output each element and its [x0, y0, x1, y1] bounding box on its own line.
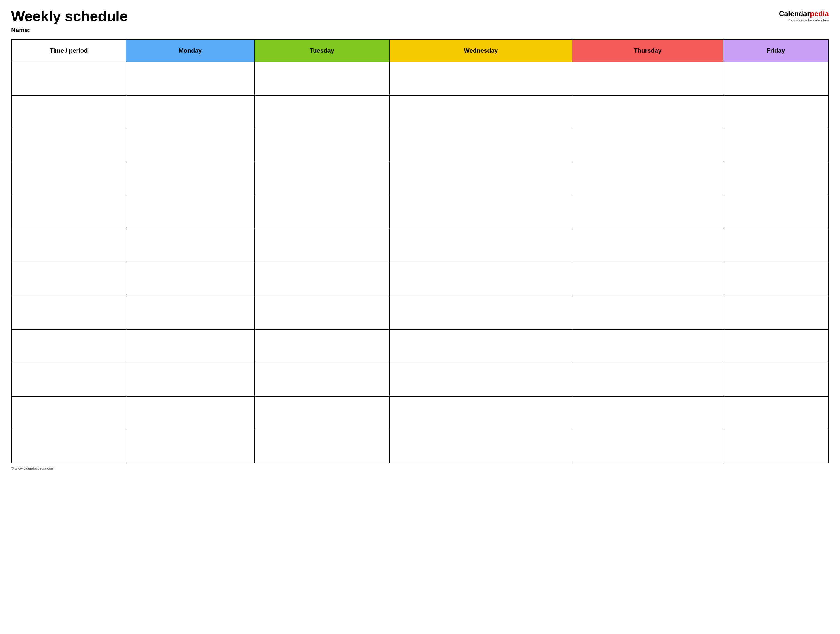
schedule-cell[interactable] — [389, 296, 572, 330]
schedule-cell[interactable] — [572, 262, 723, 296]
schedule-cell[interactable] — [723, 396, 829, 430]
time-cell[interactable] — [11, 262, 126, 296]
schedule-cell[interactable] — [389, 262, 572, 296]
schedule-cell[interactable] — [389, 396, 572, 430]
title-area: Weekly schedule Name: — [11, 8, 128, 34]
schedule-cell[interactable] — [126, 162, 254, 196]
schedule-cell[interactable] — [126, 430, 254, 463]
schedule-cell[interactable] — [723, 296, 829, 330]
time-cell[interactable] — [11, 62, 126, 95]
table-header: Time / period Monday Tuesday Wednesday T… — [11, 39, 829, 62]
schedule-cell[interactable] — [389, 162, 572, 196]
schedule-cell[interactable] — [572, 330, 723, 363]
table-row — [11, 162, 829, 196]
table-row — [11, 330, 829, 363]
copyright-text: © www.calendarpedia.com — [11, 466, 54, 470]
time-cell[interactable] — [11, 296, 126, 330]
schedule-cell[interactable] — [723, 129, 829, 162]
schedule-cell[interactable] — [126, 196, 254, 229]
schedule-cell[interactable] — [254, 196, 389, 229]
schedule-cell[interactable] — [572, 196, 723, 229]
header-row: Time / period Monday Tuesday Wednesday T… — [11, 39, 829, 62]
schedule-cell[interactable] — [572, 62, 723, 95]
schedule-cell[interactable] — [572, 162, 723, 196]
schedule-cell[interactable] — [723, 229, 829, 262]
schedule-cell[interactable] — [572, 430, 723, 463]
table-row — [11, 95, 829, 129]
schedule-cell[interactable] — [126, 262, 254, 296]
table-row — [11, 430, 829, 463]
schedule-cell[interactable] — [126, 330, 254, 363]
time-cell[interactable] — [11, 430, 126, 463]
schedule-cell[interactable] — [254, 296, 389, 330]
schedule-cell[interactable] — [254, 262, 389, 296]
schedule-cell[interactable] — [572, 396, 723, 430]
table-row — [11, 62, 829, 95]
schedule-cell[interactable] — [389, 330, 572, 363]
schedule-cell[interactable] — [723, 330, 829, 363]
schedule-cell[interactable] — [572, 296, 723, 330]
header-tuesday: Tuesday — [254, 39, 389, 62]
logo-text: Calendarpedia — [779, 9, 829, 18]
table-row — [11, 396, 829, 430]
schedule-cell[interactable] — [723, 363, 829, 396]
footer: © www.calendarpedia.com — [11, 466, 829, 470]
schedule-cell[interactable] — [254, 430, 389, 463]
schedule-cell[interactable] — [254, 229, 389, 262]
schedule-cell[interactable] — [572, 95, 723, 129]
name-label: Name: — [11, 27, 128, 34]
schedule-cell[interactable] — [254, 162, 389, 196]
schedule-cell[interactable] — [723, 430, 829, 463]
logo-pedia: pedia — [810, 9, 829, 18]
schedule-cell[interactable] — [126, 95, 254, 129]
schedule-cell[interactable] — [389, 430, 572, 463]
schedule-cell[interactable] — [389, 363, 572, 396]
time-cell[interactable] — [11, 363, 126, 396]
schedule-cell[interactable] — [723, 95, 829, 129]
schedule-cell[interactable] — [389, 62, 572, 95]
table-row — [11, 196, 829, 229]
schedule-cell[interactable] — [723, 262, 829, 296]
schedule-cell[interactable] — [389, 129, 572, 162]
schedule-cell[interactable] — [723, 162, 829, 196]
schedule-cell[interactable] — [723, 196, 829, 229]
schedule-cell[interactable] — [389, 95, 572, 129]
table-row — [11, 129, 829, 162]
table-row — [11, 296, 829, 330]
time-cell[interactable] — [11, 396, 126, 430]
schedule-cell[interactable] — [723, 62, 829, 95]
schedule-cell[interactable] — [126, 62, 254, 95]
schedule-cell[interactable] — [572, 363, 723, 396]
time-cell[interactable] — [11, 196, 126, 229]
header-thursday: Thursday — [572, 39, 723, 62]
schedule-cell[interactable] — [254, 363, 389, 396]
schedule-cell[interactable] — [126, 229, 254, 262]
logo-tagline: Your source for calendars — [788, 18, 829, 22]
schedule-cell[interactable] — [254, 330, 389, 363]
schedule-cell[interactable] — [126, 396, 254, 430]
table-body — [11, 62, 829, 463]
schedule-cell[interactable] — [254, 396, 389, 430]
schedule-cell[interactable] — [389, 196, 572, 229]
schedule-cell[interactable] — [254, 95, 389, 129]
time-cell[interactable] — [11, 129, 126, 162]
header-monday: Monday — [126, 39, 254, 62]
header-time: Time / period — [11, 39, 126, 62]
schedule-cell[interactable] — [126, 363, 254, 396]
logo-area: Calendarpedia Your source for calendars — [779, 9, 829, 22]
schedule-cell[interactable] — [254, 129, 389, 162]
table-row — [11, 229, 829, 262]
table-row — [11, 363, 829, 396]
schedule-cell[interactable] — [254, 62, 389, 95]
time-cell[interactable] — [11, 162, 126, 196]
schedule-cell[interactable] — [572, 229, 723, 262]
time-cell[interactable] — [11, 330, 126, 363]
time-cell[interactable] — [11, 95, 126, 129]
header-wednesday: Wednesday — [389, 39, 572, 62]
time-cell[interactable] — [11, 229, 126, 262]
schedule-cell[interactable] — [126, 129, 254, 162]
schedule-cell[interactable] — [126, 296, 254, 330]
schedule-cell[interactable] — [572, 129, 723, 162]
schedule-cell[interactable] — [389, 229, 572, 262]
weekly-schedule-table: Time / period Monday Tuesday Wednesday T… — [11, 39, 829, 464]
